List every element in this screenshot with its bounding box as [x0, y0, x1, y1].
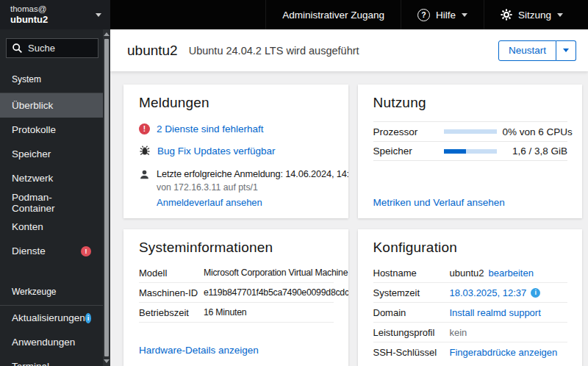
login-history-link[interactable]: Anmeldeverlauf ansehen: [157, 197, 262, 208]
edit-hostname-link[interactable]: bearbeiten: [489, 268, 534, 279]
sidebar-search: [6, 38, 98, 58]
bugfix-updates-link[interactable]: Bug Fix Updates verfügbar: [157, 146, 276, 157]
help-menu-button[interactable]: ? Hilfe: [401, 0, 484, 29]
hostname-value: ubuntu2: [450, 268, 484, 279]
system-time-link[interactable]: 18.03.2025, 12:37: [450, 287, 527, 298]
masthead-actions: Administrativer Zugang ? Hilfe Sitzung: [265, 0, 588, 29]
gear-icon: [501, 9, 512, 21]
sidebar-item-konten[interactable]: Konten: [0, 215, 103, 239]
alert-failed-services: ! 2 Dienste sind fehlerhaft: [139, 123, 334, 134]
sidebar-item-ueberblick[interactable]: Überblick: [0, 93, 103, 118]
restart-button[interactable]: Neustart: [498, 40, 556, 61]
card-title-nutzung: Nutzung: [373, 95, 568, 111]
restart-dropdown-toggle[interactable]: [556, 40, 576, 61]
card-title-konfiguration: Konfiguration: [373, 240, 568, 256]
usage-row-memory: Speicher 1,6 / 3,8 GiB: [373, 141, 568, 161]
session-label: Sitzung: [518, 10, 551, 21]
sidebar-item-speicher[interactable]: Speicher: [0, 142, 103, 166]
scroll-up-icon[interactable]: [104, 32, 110, 36]
sidebar-item-protokolle[interactable]: Protokolle: [0, 118, 103, 142]
sidebar: System Überblick Protokolle Speicher Net…: [0, 29, 110, 366]
nav-section-system: System: [0, 67, 103, 89]
card-meldungen: Meldungen ! 2 Dienste sind fehlerhaft B: [123, 85, 348, 218]
host-switcher-label: thomas@ ubuntu2: [10, 4, 96, 26]
machine-id-value: e119b847701f4b5ca7490e0099d8cdc7: [204, 287, 348, 298]
hostname-text: ubuntu2: [10, 14, 96, 26]
error-icon: !: [139, 123, 150, 134]
sysinfo-row-maschinen-id: Maschinen-ID e119b847701f4b5ca7490e0099d…: [139, 283, 334, 303]
masthead: thomas@ ubuntu2 Administrativer Zugang ?…: [0, 0, 588, 29]
sysinfo-row-betriebszeit: Betriebszeit 16 Minuten: [139, 303, 334, 323]
bug-icon: [139, 145, 151, 157]
ssh-fingerprints-link[interactable]: Fingerabdrücke anzeigen: [450, 347, 558, 358]
hardware-details-link[interactable]: Hardware-Details anzeigen: [139, 345, 334, 356]
sidebar-item-podman-container[interactable]: Podman-Container: [0, 190, 103, 215]
info-icon: i: [531, 288, 540, 298]
uptime-value: 16 Minuten: [204, 307, 334, 317]
sidebar-scrollbar[interactable]: [103, 29, 110, 366]
card-systeminformationen: Systeminformationen Modell Microsoft Cor…: [123, 229, 348, 366]
performance-profile-value: kein: [450, 327, 467, 338]
info-badge-icon: i: [85, 313, 91, 323]
page-header: ubuntu2 Ubuntu 24.04.2 LTS wird ausgefüh…: [110, 29, 588, 71]
cpu-usage-value: 0% von 6 CPUs: [503, 126, 573, 137]
chevron-down-icon: [96, 13, 101, 17]
nav-section-werkzeuge: Werkzeuge: [0, 279, 103, 301]
memory-usage-value: 1,6 / 3,8 GiB: [503, 146, 568, 157]
sysinfo-row-modell: Modell Microsoft Corporation Virtual Mac…: [139, 263, 334, 283]
last-login-line: Letzte erfolgreiche Anmeldung: 14.06.202…: [157, 168, 348, 179]
usage-row-cpu: Prozessor 0% von 6 CPUs: [373, 121, 568, 141]
search-icon: [12, 43, 23, 54]
card-title-meldungen: Meldungen: [139, 95, 334, 111]
help-label: Hilfe: [436, 10, 456, 21]
host-switcher[interactable]: thomas@ ubuntu2: [0, 0, 110, 29]
install-realmd-link[interactable]: Install realmd support: [450, 307, 541, 318]
last-login-block: Letzte erfolgreiche Anmeldung: 14.06.202…: [139, 168, 334, 209]
scroll-down-icon[interactable]: [104, 359, 110, 363]
overview-content: Meldungen ! 2 Dienste sind fehlerhaft B: [110, 71, 588, 366]
card-konfiguration: Konfiguration Hostname ubuntu2 bearbeite…: [358, 229, 583, 366]
konfig-row-ssh: SSH-Schlüssel Fingerabdrücke anzeigen: [373, 342, 568, 362]
scrollbar-thumb[interactable]: [104, 39, 109, 356]
konfig-row-hostname: Hostname ubuntu2 bearbeiten: [373, 263, 568, 283]
sidebar-item-anwendungen[interactable]: Anwendungen: [0, 330, 103, 354]
username-text: thomas@: [10, 4, 96, 14]
metrics-history-link[interactable]: Metriken und Verlauf ansehen: [373, 197, 568, 208]
session-menu-button[interactable]: Sitzung: [484, 0, 579, 29]
restart-split-button: Neustart: [498, 40, 576, 61]
sidebar-item-terminal[interactable]: Terminal: [0, 354, 103, 366]
card-nutzung: Nutzung Prozessor 0% von 6 CPUs Speicher…: [358, 85, 583, 218]
last-login-text: Letzte erfolgreiche Anmeldung: 14.06.202…: [157, 168, 348, 209]
model-value: Microsoft Corporation Virtual Machine: [204, 268, 348, 278]
chevron-down-icon: [557, 13, 563, 17]
alert-bugfix-updates: Bug Fix Updates verfügbar: [139, 145, 334, 157]
chevron-down-icon: [462, 13, 467, 17]
help-icon: ?: [417, 9, 430, 21]
konfig-row-domain: Domain Install realmd support: [373, 303, 568, 323]
usage-table: Prozessor 0% von 6 CPUs Speicher 1,6 / 3…: [373, 121, 568, 161]
sidebar-item-netzwerk[interactable]: Netzwerk: [0, 166, 103, 190]
sidebar-item-dienste[interactable]: Dienste !: [0, 239, 103, 263]
konfig-row-systemzeit: Systemzeit 18.03.2025, 12:37 i: [373, 283, 568, 303]
chevron-down-icon: [563, 49, 569, 52]
cpu-progress-bar: [444, 129, 497, 134]
user-icon: [139, 169, 150, 209]
failed-services-link[interactable]: 2 Dienste sind fehlerhaft: [157, 123, 264, 134]
os-status-text: Ubuntu 24.04.2 LTS wird ausgeführt: [189, 45, 359, 57]
last-login-origin: von 172.16.3.11 auf pts/1: [157, 182, 348, 193]
admin-access-label: Administrativer Zugang: [282, 10, 384, 21]
sidebar-item-aktualisierungen[interactable]: Aktualisierungen i: [0, 306, 103, 330]
admin-access-button[interactable]: Administrativer Zugang: [265, 0, 401, 29]
cpu-label: Prozessor: [373, 126, 444, 137]
konfig-row-leistungsprofil: Leistungsprofil kein: [373, 323, 568, 342]
memory-label: Speicher: [373, 146, 444, 157]
page-title: ubuntu2: [127, 43, 178, 59]
card-title-systeminformationen: Systeminformationen: [139, 240, 334, 256]
memory-progress-bar: [444, 149, 497, 154]
error-badge-icon: !: [81, 246, 91, 256]
